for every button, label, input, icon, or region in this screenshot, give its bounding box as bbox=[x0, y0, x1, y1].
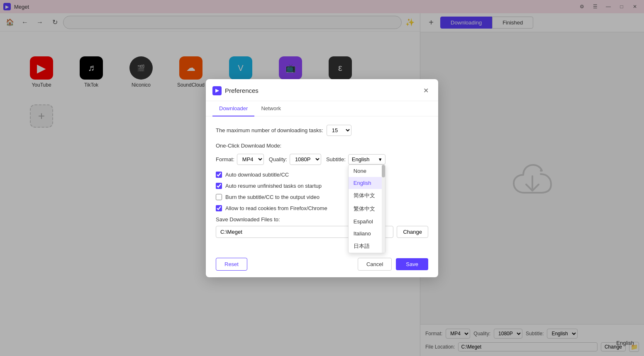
pref-close-button[interactable]: ✕ bbox=[420, 85, 432, 97]
allow-cookies-label: Allow to read cookies from Firefox/Chrom… bbox=[225, 205, 327, 211]
save-location-row: Save Downloaded Files to: Change bbox=[216, 216, 428, 238]
save-button[interactable]: Save bbox=[396, 258, 428, 270]
pref-quality-label: Quality: bbox=[269, 156, 287, 162]
pref-subtitle-label: Subtitle: bbox=[326, 156, 346, 162]
subtitle-option-english[interactable]: English bbox=[349, 177, 385, 189]
auto-resume-label: Auto resume unfinished tasks on startup bbox=[225, 183, 322, 189]
checkbox-auto-resume: Auto resume unfinished tasks on startup bbox=[216, 183, 428, 189]
subtitle-option-none[interactable]: None bbox=[349, 165, 385, 177]
burn-subtitle-checkbox[interactable] bbox=[216, 194, 222, 200]
subtitle-dropdown-wrapper: English ▾ None English 简体中文 繁体中文 Español bbox=[348, 154, 385, 165]
modal-overlay: ▶ Preferences ✕ Downloader Network The m… bbox=[0, 0, 644, 356]
subtitle-option-japanese[interactable]: 日本語 bbox=[349, 240, 385, 253]
pref-format-select[interactable]: MP4 bbox=[237, 154, 264, 165]
format-quality-row: Format: MP4 Quality: 1080P Subtitle: E bbox=[216, 154, 428, 165]
pref-body: The maximum number of downloading tasks:… bbox=[206, 116, 438, 253]
tab-downloader[interactable]: Downloader bbox=[212, 101, 254, 116]
pref-tabs: Downloader Network bbox=[206, 101, 438, 116]
subtitle-selected-value: English bbox=[352, 156, 370, 162]
max-tasks-label: The maximum number of downloading tasks: bbox=[216, 127, 323, 133]
auto-subtitle-checkbox[interactable] bbox=[216, 172, 222, 178]
reset-button[interactable]: Reset bbox=[216, 258, 247, 271]
quality-group: Quality: 1080P bbox=[269, 154, 321, 165]
dropdown-scrollbar[interactable] bbox=[382, 165, 385, 253]
save-location-label: Save Downloaded Files to: bbox=[216, 216, 428, 223]
auto-resume-checkbox[interactable] bbox=[216, 183, 222, 189]
pref-header: ▶ Preferences ✕ bbox=[206, 79, 438, 101]
save-path-change-button[interactable]: Change bbox=[397, 226, 428, 238]
pref-footer: Reset Cancel Save bbox=[206, 253, 438, 277]
pref-format-label: Format: bbox=[216, 156, 234, 162]
subtitle-option-tchinese[interactable]: 繁体中文 bbox=[349, 202, 385, 216]
subtitle-group: Subtitle: English ▾ None English 简体中文 bbox=[326, 154, 385, 165]
subtitle-option-schinese[interactable]: 简体中文 bbox=[349, 189, 385, 202]
auto-subtitle-label: Auto download subtitle/CC bbox=[225, 172, 289, 178]
tab-network[interactable]: Network bbox=[254, 101, 288, 116]
pref-logo: ▶ bbox=[212, 86, 222, 95]
scrollbar-thumb bbox=[382, 165, 385, 177]
pref-title: Preferences bbox=[225, 87, 259, 94]
checkbox-auto-subtitle: Auto download subtitle/CC bbox=[216, 172, 428, 178]
allow-cookies-checkbox[interactable] bbox=[216, 205, 222, 211]
checkbox-allow-cookies: Allow to read cookies from Firefox/Chrom… bbox=[216, 205, 428, 211]
chevron-down-icon: ▾ bbox=[379, 156, 382, 162]
subtitle-dropdown-trigger[interactable]: English ▾ bbox=[348, 154, 385, 165]
format-group: Format: MP4 bbox=[216, 154, 264, 165]
max-tasks-row: The maximum number of downloading tasks:… bbox=[216, 125, 428, 136]
preferences-dialog: ▶ Preferences ✕ Downloader Network The m… bbox=[206, 79, 438, 277]
max-tasks-select[interactable]: 15 bbox=[327, 125, 351, 136]
subtitle-option-italiano[interactable]: Italiano bbox=[349, 228, 385, 240]
checkbox-burn-subtitle: Burn the subtitle/CC to the output video bbox=[216, 194, 428, 200]
burn-subtitle-label: Burn the subtitle/CC to the output video bbox=[225, 194, 320, 200]
save-location-input-row: Change bbox=[216, 226, 428, 238]
pref-header-left: ▶ Preferences bbox=[212, 86, 259, 95]
subtitle-option-espanol[interactable]: Español bbox=[349, 216, 385, 228]
one-click-label: One-Click Download Mode: bbox=[216, 143, 428, 149]
pref-quality-select[interactable]: 1080P bbox=[290, 154, 321, 165]
subtitle-dropdown-menu: None English 简体中文 繁体中文 Español Italiano … bbox=[348, 165, 385, 253]
cancel-button[interactable]: Cancel bbox=[358, 258, 392, 271]
